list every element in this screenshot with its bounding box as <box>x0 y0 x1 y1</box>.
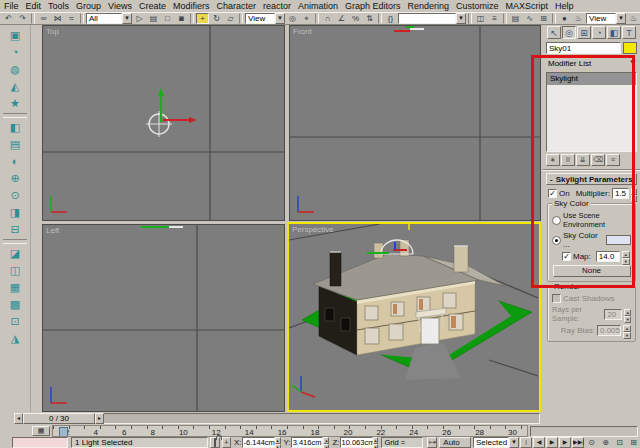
set-keys-button[interactable]: ⊶ <box>427 437 437 448</box>
map-amount-field[interactable]: 14.0 <box>596 251 620 262</box>
sky-color-swatch[interactable] <box>606 235 631 245</box>
open-track-view-button[interactable]: ▦ <box>32 426 50 436</box>
next-frame-button[interactable]: ▶ <box>559 437 571 448</box>
menu-item[interactable]: Animation <box>298 1 338 11</box>
x-spinner[interactable]: ▲▼ <box>275 437 281 448</box>
tab-motion[interactable]: ◔ <box>592 26 606 39</box>
toolbar-icon[interactable] <box>239 13 243 24</box>
unlink-selection-icon[interactable]: ⋈ <box>51 13 64 24</box>
on-checkbox[interactable]: ✓ <box>548 189 557 198</box>
toolbar-axis-icon[interactable]: ⊟ <box>5 221 25 238</box>
window-crossing-icon[interactable]: ◙ <box>175 13 188 24</box>
toolbar-helpers-icon[interactable]: ◧ <box>5 119 25 136</box>
menu-item[interactable]: Help <box>555 1 574 11</box>
toolbar-icon[interactable] <box>468 13 472 24</box>
tab-utilities[interactable]: T <box>622 26 636 39</box>
menu-item[interactable]: Graph Editors <box>345 1 401 11</box>
use-pivot-center-icon[interactable]: ◎ <box>286 13 299 24</box>
toolbar-rendering-icon[interactable]: ⊙ <box>5 187 25 204</box>
time-slider-handle[interactable]: 0 / 30 <box>23 413 95 424</box>
select-and-link-icon[interactable]: ∞ <box>37 13 50 24</box>
menu-item[interactable]: Tools <box>48 1 69 11</box>
toolbar-modifiers-icon[interactable]: ◐ <box>5 153 25 170</box>
toolbar-schematic2-icon[interactable]: ◮ <box>5 330 25 347</box>
select-and-manipulate-icon[interactable]: ⌖ <box>300 13 313 24</box>
auto-key-button[interactable]: Auto Key <box>439 437 471 448</box>
tab-modify[interactable]: ◎ <box>562 26 576 39</box>
toolbar-icon[interactable] <box>80 13 84 24</box>
object-color-swatch[interactable] <box>623 42 637 54</box>
key-filter-dropdown[interactable]: Selected▼ <box>473 437 519 448</box>
zoom-icon[interactable]: ⊙ <box>585 437 598 448</box>
toolbar-icon[interactable] <box>552 13 556 24</box>
menu-item[interactable]: File <box>4 1 19 11</box>
curve-editor-icon[interactable]: ∿ <box>523 13 536 24</box>
select-by-name-icon[interactable]: ▤ <box>147 13 160 24</box>
material-editor-icon[interactable]: ● <box>558 13 571 24</box>
current-frame-handle[interactable] <box>59 427 68 437</box>
menu-item[interactable]: Character <box>216 1 256 11</box>
toolbar-icon[interactable] <box>31 13 35 24</box>
z-spinner[interactable]: ▲▼ <box>373 437 379 448</box>
selection-lock-toggle[interactable] <box>210 437 219 448</box>
quick-render-icon[interactable]: ♨ <box>627 13 640 24</box>
play-button[interactable]: ▶ <box>546 437 558 448</box>
tab-hierarchy[interactable]: ⊞ <box>577 26 591 39</box>
align-icon[interactable]: ≡ <box>488 13 501 24</box>
min-max-toggle-icon[interactable]: ⊞ <box>627 437 640 448</box>
edit-named-selections-icon[interactable]: {} <box>384 13 397 24</box>
make-unique-button[interactable]: ⇊ <box>576 154 590 166</box>
toolbar-snaps-icon[interactable]: ◨ <box>5 204 25 221</box>
toolbar-icon[interactable] <box>3 113 27 118</box>
map-checkbox[interactable]: ✓ <box>562 252 571 261</box>
toolbar-shapes2-icon[interactable]: ◪ <box>5 245 25 262</box>
viewport-front[interactable]: Front <box>289 25 541 221</box>
select-and-move-icon[interactable]: + <box>196 13 209 24</box>
toolbar-anim-icon[interactable]: ▦ <box>5 279 25 296</box>
ray-bias-spinner[interactable]: ▲▼ <box>623 325 631 336</box>
multiplier-spinner[interactable]: ▲▼ <box>631 188 637 199</box>
layer-manager-icon[interactable]: ▤ <box>509 13 522 24</box>
toolbar-lights-cameras-icon[interactable]: ◭ <box>5 78 25 95</box>
bind-to-spacewarp-icon[interactable]: ≈ <box>65 13 78 24</box>
toolbar-utils2-icon[interactable]: ⊡ <box>5 313 25 330</box>
toolbar-particles-icon[interactable]: ★ <box>5 95 25 112</box>
object-name-field[interactable]: Sky01 <box>546 42 621 54</box>
maxscript-mini-listener[interactable] <box>12 437 68 448</box>
ray-bias-field[interactable]: 0.005 <box>597 325 621 336</box>
menu-item[interactable]: Views <box>108 1 132 11</box>
chevron-down-icon[interactable]: ▼ <box>122 13 132 24</box>
menu-item[interactable]: Group <box>76 1 101 11</box>
percent-snap-icon[interactable]: % <box>349 13 362 24</box>
selection-filter-dropdown[interactable]: All▼ <box>86 13 132 24</box>
modifier-list-dropdown[interactable]: Modifier List ▼ <box>546 58 637 70</box>
toolbar-spacewarps-icon[interactable]: ▤ <box>5 136 25 153</box>
toolbar-icon[interactable] <box>190 13 194 24</box>
configure-modifier-sets-button[interactable]: ≡ <box>606 154 620 166</box>
chevron-down-icon[interactable]: ▼ <box>616 13 626 24</box>
schematic-view-icon[interactable]: ⊞ <box>537 13 550 24</box>
angle-snap-icon[interactable]: ∠ <box>335 13 348 24</box>
snap-toggle-icon[interactable]: ∩ <box>321 13 334 24</box>
spinner-snap-icon[interactable]: ⇅ <box>363 13 376 24</box>
toolbar-shapes-icon[interactable]: ◔ <box>5 44 25 61</box>
map-spinner[interactable]: ▲▼ <box>622 251 630 262</box>
cast-shadows-checkbox[interactable] <box>552 294 561 303</box>
tab-display[interactable]: ◧ <box>607 26 621 39</box>
rays-spinner[interactable]: ▲▼ <box>624 309 631 320</box>
remove-modifier-button[interactable]: ⌫ <box>591 154 605 166</box>
select-and-rotate-icon[interactable]: ↻ <box>210 13 223 24</box>
show-end-result-button[interactable]: II <box>561 154 575 166</box>
tab-create[interactable]: ↖ <box>547 26 561 39</box>
render-type-dropdown[interactable]: View▼ <box>586 13 626 24</box>
y-coordinate-field[interactable]: 3.416cm <box>291 437 324 448</box>
map-none-button[interactable]: None <box>553 265 631 277</box>
menu-item[interactable]: Create <box>139 1 166 11</box>
toolbar-compounds-icon[interactable]: ◍ <box>5 61 25 78</box>
pin-stack-button[interactable]: ∗ <box>546 154 560 166</box>
z-coordinate-field[interactable]: 10.063cm <box>340 437 373 448</box>
rays-per-sample-field[interactable]: 20 <box>604 309 622 320</box>
time-slider-prev-arrow[interactable]: ◂ <box>14 413 23 424</box>
reference-coordinate-dropdown[interactable]: View▼ <box>245 13 285 24</box>
toolbar-modeling-icon[interactable]: ⊕ <box>5 170 25 187</box>
